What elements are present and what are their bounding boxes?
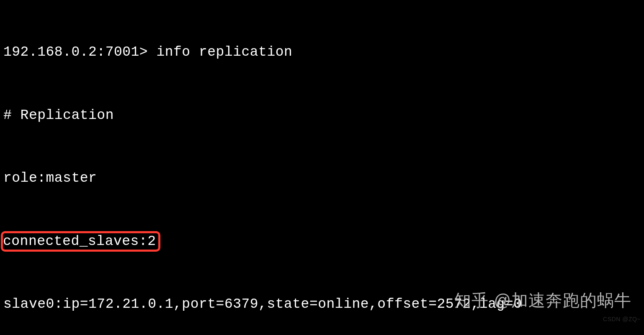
prompt-line: 192.168.0.2:7001> info replication	[3, 42, 641, 63]
replication-header: # Replication	[3, 105, 641, 126]
terminal-window[interactable]: 192.168.0.2:7001> info replication # Rep…	[0, 0, 644, 335]
csdn-watermark: CSDN @ZQ~	[603, 316, 641, 322]
zhihu-watermark: 知乎 @加速奔跑的蜗牛	[454, 289, 631, 312]
role-line: role:master	[3, 168, 641, 189]
connected-slaves-highlight: connected_slaves:2	[1, 231, 160, 252]
connected-slaves-line: connected_slaves:2	[3, 231, 641, 252]
